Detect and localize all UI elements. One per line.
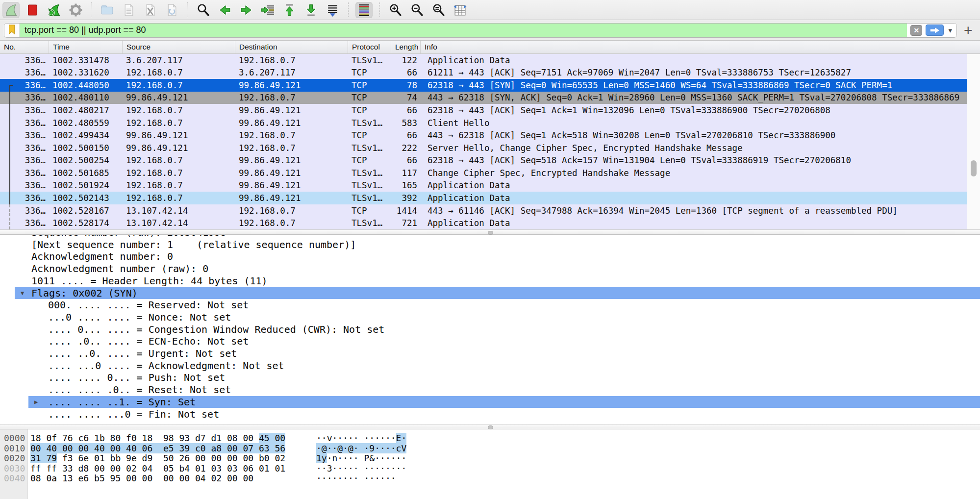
packet-row[interactable]: 336…1002.480559192.168.0.799.86.49.121TL…: [0, 117, 967, 129]
hex-bytes[interactable]: 18 0f 76 c6 1b 80 f0 18 98 93 d7 d1 08 0…: [30, 433, 285, 444]
detail-row[interactable]: .... ...0 .... = Acknowledgment: Not set: [0, 360, 980, 372]
detail-row[interactable]: .... 0... .... = Congestion Window Reduc…: [0, 324, 980, 336]
pane-splitter[interactable]: [0, 229, 980, 235]
packet-row[interactable]: 336…1002.501924192.168.0.799.86.49.121TL…: [0, 179, 967, 192]
column-header-protocol[interactable]: Protocol: [348, 41, 391, 53]
display-filter-input[interactable]: tcp.port == 80 || udp.port == 80: [20, 24, 907, 37]
hex-bytes[interactable]: 08 0a 13 e6 b5 95 00 00 00 00 04 02 00 0…: [30, 474, 253, 484]
column-header-length[interactable]: Length: [391, 41, 421, 53]
toolbar-separator: [187, 2, 188, 17]
splitter-handle-icon: [488, 425, 493, 429]
cell-protocol: TCP: [348, 79, 391, 92]
zoom-reset-button[interactable]: [430, 2, 447, 18]
cell-destination: 192.168.0.7: [235, 217, 348, 229]
resize-columns-button[interactable]: [452, 2, 469, 18]
filter-clear-button[interactable]: ✕: [910, 25, 922, 36]
hex-bytes[interactable]: ff ff 33 d8 00 00 02 04 05 b4 01 03 03 0…: [30, 464, 285, 474]
hex-row[interactable]: 0000 18 0f 76 c6 1b 80 f0 18 98 93 d7 d1…: [0, 433, 980, 444]
detail-row[interactable]: 1011 .... = Header Length: 44 bytes (11): [0, 275, 980, 287]
hex-row[interactable]: 0020 31 79 f3 6e 01 bb 9e d9 50 26 00 00…: [0, 453, 980, 464]
cell-no: 336…: [0, 67, 49, 79]
go-first-button[interactable]: [281, 2, 298, 18]
cell-length: 74: [391, 92, 421, 104]
scrollbar-thumb[interactable]: [971, 160, 977, 176]
filter-bookmark-button[interactable]: [4, 24, 20, 37]
packet-row[interactable]: 336…1002.331620192.168.0.73.6.207.117TCP…: [0, 67, 967, 79]
pane-splitter[interactable]: [0, 424, 980, 429]
cell-info: Application Data: [421, 192, 967, 204]
packet-row[interactable]: 336…1002.52817413.107.42.14192.168.0.7TL…: [0, 217, 967, 229]
find-packet-button[interactable]: [195, 2, 212, 18]
packet-row[interactable]: 336…1002.3314783.6.207.117192.168.0.7TLS…: [0, 54, 967, 67]
hex-bytes[interactable]: 00 40 00 00 40 00 40 06 e5 39 c0 a8 00 0…: [30, 444, 285, 454]
column-header-time[interactable]: Time: [49, 41, 123, 53]
packet-row[interactable]: 336…1002.49943499.86.49.121192.168.0.7TC…: [0, 129, 967, 142]
detail-row[interactable]: Acknowledgment number (raw): 0: [0, 263, 980, 275]
detail-row[interactable]: Acknowledgment number: 0: [0, 250, 980, 263]
detail-row[interactable]: 000. .... .... = Reserved: Not set: [0, 299, 980, 311]
arrow-up-bar-icon: [282, 3, 297, 17]
column-header-no[interactable]: No.: [0, 41, 49, 53]
detail-row[interactable]: .... ..0. .... = Urgent: Not set: [0, 348, 980, 360]
packet-row[interactable]: 336…1002.50015099.86.49.121192.168.0.7TL…: [0, 142, 967, 154]
hex-ascii[interactable]: ··3····· ········: [316, 464, 406, 474]
packet-row[interactable]: 336…1002.448050192.168.0.799.86.49.121TC…: [0, 79, 967, 92]
packet-row[interactable]: 336…1002.501685192.168.0.799.86.49.121TL…: [0, 167, 967, 179]
hex-bytes[interactable]: 31 79 f3 6e 01 bb 9e d9 50 26 00 00 00 0…: [30, 453, 285, 464]
filter-add-button[interactable]: +: [964, 24, 973, 37]
detail-row[interactable]: .... .... .0.. = Reset: Not set: [0, 384, 980, 396]
packet-details-pane: Sequence number (raw): 2005041998[Next s…: [0, 235, 980, 424]
column-header-destination[interactable]: Destination: [235, 41, 348, 53]
dropdown-caret-icon: ▾: [948, 26, 952, 35]
packet-row[interactable]: 336…1002.48011099.86.49.121192.168.0.7TC…: [0, 92, 967, 104]
hex-ascii[interactable]: ··v····· ······E·: [316, 433, 406, 444]
detail-row[interactable]: .... .... ...0 = Fin: Not set: [0, 408, 980, 421]
colorize-lines-icon: [357, 3, 371, 17]
filter-apply-button[interactable]: [926, 25, 944, 36]
restart-capture-button[interactable]: [46, 2, 63, 18]
cell-destination: 99.86.49.121: [235, 79, 348, 92]
auto-scroll-button[interactable]: [324, 2, 341, 18]
cell-destination: 99.86.49.121: [235, 167, 348, 179]
hex-ascii[interactable]: ········ ······: [316, 474, 396, 484]
hex-ascii[interactable]: ·@··@·@· ·9····cV: [316, 444, 406, 454]
detail-row[interactable]: ▶.... .... ..1. = Syn: Set: [0, 396, 980, 408]
colorize-button[interactable]: [355, 2, 373, 18]
go-back-button[interactable]: [216, 2, 233, 18]
detail-row[interactable]: [Next sequence number: 1 (relative seque…: [0, 239, 980, 251]
filter-dropdown-button[interactable]: ▾: [947, 26, 953, 35]
hex-row[interactable]: 0010 00 40 00 00 40 00 40 06 e5 39 c0 a8…: [0, 444, 980, 454]
column-header-source[interactable]: Source: [123, 41, 235, 53]
cell-time: 1002.480217: [49, 104, 123, 117]
cell-source: 13.107.42.14: [123, 204, 235, 217]
stop-capture-button[interactable]: [24, 2, 41, 18]
packet-row[interactable]: 336…1002.502143192.168.0.799.86.49.121TL…: [0, 192, 967, 204]
hex-row[interactable]: 0040 08 0a 13 e6 b5 95 00 00 00 00 04 02…: [0, 474, 980, 484]
packet-row[interactable]: 336…1002.500254192.168.0.799.86.49.121TC…: [0, 154, 967, 167]
packet-row[interactable]: 336…1002.52816713.107.42.14192.168.0.7TC…: [0, 204, 967, 217]
go-last-button[interactable]: [302, 2, 320, 18]
column-header-info[interactable]: Info: [421, 41, 980, 53]
zoom-in-button[interactable]: [387, 2, 404, 18]
detail-row[interactable]: Sequence number (raw): 2005041998: [0, 235, 980, 239]
expander-closed-icon[interactable]: ▶: [34, 396, 38, 408]
capture-options-button[interactable]: [67, 2, 84, 18]
expander-open-icon[interactable]: ▼: [21, 287, 24, 299]
detail-text: .... .... ...0 = Fin: Not set: [48, 408, 219, 421]
go-forward-button[interactable]: [238, 2, 255, 18]
zoom-out-button[interactable]: [408, 2, 426, 18]
display-filter-field[interactable]: tcp.port == 80 || udp.port == 80 ✕ ▾: [4, 23, 957, 38]
cell-time: 1002.500150: [49, 142, 123, 154]
detail-row[interactable]: .... .0.. .... = ECN-Echo: Not set: [0, 335, 980, 348]
detail-row[interactable]: ▼Flags: 0x002 (SYN): [0, 287, 980, 299]
packet-row[interactable]: 336…1002.480217192.168.0.799.86.49.121TC…: [0, 104, 967, 117]
hex-ascii[interactable]: 1y·n···· P&······: [316, 453, 406, 464]
detail-text: Sequence number (raw): 2005041998: [31, 235, 226, 239]
bookmark-icon: [7, 24, 16, 37]
hex-row[interactable]: 0030 ff ff 33 d8 00 00 02 04 05 b4 01 03…: [0, 464, 980, 474]
cell-protocol: TLSv1…: [348, 54, 391, 67]
cell-source: 13.107.42.14: [123, 217, 235, 229]
detail-row[interactable]: ...0 .... .... = Nonce: Not set: [0, 311, 980, 324]
detail-row[interactable]: .... .... 0... = Push: Not set: [0, 372, 980, 384]
go-to-packet-button[interactable]: [259, 2, 276, 18]
